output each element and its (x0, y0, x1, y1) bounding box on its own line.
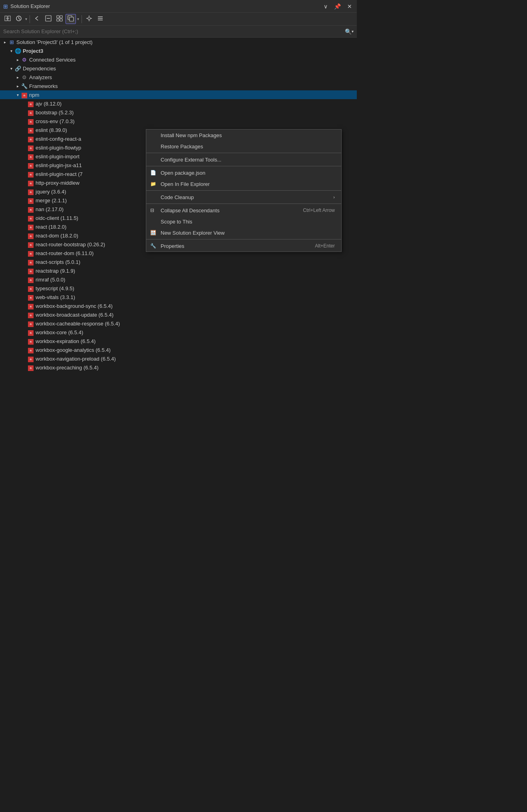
package-row[interactable]: n web-vitals (3.3.1) (0, 293, 357, 301)
menu-item-label: Open package.json (161, 170, 335, 176)
menu-item-label: Collapse All Descendants (161, 207, 303, 213)
package-row[interactable]: n typescript (4.9.5) (0, 284, 357, 293)
tree-area[interactable]: ▸ ⊞ Solution 'Project3' (1 of 1 project)… (0, 38, 357, 552)
search-dropdown-button[interactable]: ▾ (352, 29, 354, 34)
package-label: eslint-config-react-a (36, 136, 81, 142)
menu-item-open-file-explorer[interactable]: 📁 Open In File Explorer (146, 178, 341, 190)
search-input[interactable] (3, 28, 345, 34)
package-npm-icon: n (27, 109, 34, 116)
npm-row[interactable]: ▾ n npm (0, 90, 357, 99)
menu-item-collapse-descendants[interactable]: ⊟ Collapse All Descendants Ctrl+Left Arr… (146, 205, 341, 216)
menu-item-open-package-json[interactable]: 📄 Open package.json (146, 167, 341, 178)
package-row[interactable]: n workbox-cacheable-response (6.5.4) (0, 319, 357, 328)
context-menu: Install New npm Packages Restore Package… (146, 129, 342, 252)
properties-toolbar-button[interactable] (84, 14, 94, 24)
package-npm-icon: n (27, 329, 34, 336)
package-label: react-scripts (5.0.1) (36, 259, 80, 265)
package-row[interactable]: n reactstrap (9.1.9) (0, 266, 357, 275)
package-npm-icon: n (27, 250, 34, 257)
package-npm-icon: n (27, 355, 34, 362)
package-row[interactable]: n bootstrap (5.2.3) (0, 108, 357, 117)
package-label: workbox-google-analytics (6.5.4) (36, 347, 111, 353)
package-npm-icon: n (27, 215, 34, 221)
package-row[interactable]: n workbox-broadcast-update (6.5.4) (0, 310, 357, 319)
analyzers-row[interactable]: ▸ ⚙ Analyzers (0, 73, 357, 82)
package-npm-icon: n (27, 188, 34, 195)
refresh-button[interactable] (95, 14, 105, 24)
package-label: react-router-dom (6.11.0) (36, 250, 93, 256)
menu-item-scope-to-this[interactable]: Scope to This (146, 216, 341, 227)
menu-separator (146, 190, 341, 191)
package-row[interactable]: n workbox-background-sync (6.5.4) (0, 301, 357, 310)
package-row[interactable]: n workbox-navigation-preload (6.5.4) (0, 354, 357, 363)
solution-icon: ⊞ (8, 39, 15, 45)
package-label: workbox-navigation-preload (6.5.4) (36, 356, 116, 362)
frameworks-icon: 🔧 (21, 83, 28, 89)
package-label: merge (2.1.1) (36, 198, 67, 203)
menu-separator (146, 153, 341, 153)
package-npm-icon: n (27, 118, 34, 125)
pending-changes-button[interactable] (14, 14, 24, 24)
solution-row[interactable]: ▸ ⊞ Solution 'Project3' (1 of 1 project) (0, 38, 357, 46)
package-row[interactable]: n workbox-google-analytics (6.5.4) (0, 345, 357, 354)
close-button[interactable]: ✕ (346, 2, 354, 10)
collapse-all-button[interactable] (43, 14, 54, 24)
menu-new-explorer-icon: 🪟 (150, 230, 156, 235)
package-npm-icon: n (27, 162, 34, 169)
menu-item-install-npm[interactable]: Install New npm Packages (146, 130, 341, 141)
pin-button[interactable]: 📌 (332, 2, 342, 10)
package-label: eslint (8.39.0) (36, 127, 67, 133)
separator-2 (82, 15, 82, 23)
menu-separator (146, 203, 341, 204)
connected-services-row[interactable]: ▸ ⚙ Connected Services (0, 55, 357, 64)
solution-label: Solution 'Project3' (1 of 1 project) (16, 39, 93, 45)
project-label: Project3 (23, 48, 43, 54)
show-all-files-button[interactable] (54, 14, 65, 24)
package-npm-icon: n (27, 197, 34, 204)
go-to-active-button[interactable] (2, 14, 13, 24)
package-npm-icon: n (27, 171, 34, 178)
menu-item-properties[interactable]: 🔧 Properties Alt+Enter (146, 240, 341, 251)
package-label: reactstrap (9.1.9) (36, 268, 75, 274)
package-npm-icon: n (27, 206, 34, 213)
menu-item-new-solution-explorer[interactable]: 🪟 New Solution Explorer View (146, 227, 341, 238)
package-label: eslint-plugin-react (7 (36, 171, 83, 177)
menu-item-code-cleanup[interactable]: Code Cleanup › (146, 192, 341, 203)
package-label: workbox-core (6.5.4) (36, 329, 83, 335)
svg-rect-10 (57, 19, 59, 21)
package-label: oidc-client (1.11.5) (36, 215, 78, 221)
npm-expand-icon: ▾ (14, 93, 21, 97)
menu-item-configure-tools[interactable]: Configure External Tools... (146, 154, 341, 165)
package-label: workbox-precaching (6.5.4) (36, 365, 99, 371)
package-row[interactable]: n workbox-core (6.5.4) (0, 328, 357, 337)
back-button[interactable] (32, 14, 42, 24)
menu-item-label: Scope to This (161, 219, 335, 225)
dropdown-button[interactable]: ∨ (322, 2, 329, 10)
menu-item-label: Configure External Tools... (161, 157, 335, 163)
frameworks-row[interactable]: ▸ 🔧 Frameworks (0, 82, 357, 90)
dropdown-arrow-2[interactable]: ▾ (77, 17, 79, 21)
project-expand-icon: ▾ (8, 49, 14, 53)
package-row[interactable]: n cross-env (7.0.3) (0, 117, 357, 126)
package-label: bootstrap (5.2.3) (36, 110, 74, 116)
project-row[interactable]: ▾ 🌐 Project3 (0, 46, 357, 55)
package-label: rimraf (5.0.0) (36, 277, 65, 283)
title-bar-right: ∨ 📌 ✕ (322, 2, 354, 10)
package-label: nan (2.17.0) (36, 206, 64, 212)
package-label: react-router-bootstrap (0.26.2) (36, 241, 105, 247)
package-row[interactable]: n workbox-precaching (6.5.4) (0, 363, 357, 372)
package-row[interactable]: n ajv (8.12.0) (0, 99, 357, 108)
package-label: eslint-plugin-flowtyp (36, 145, 81, 151)
package-label: react (18.2.0) (36, 224, 66, 230)
search-button[interactable]: 🔍 (345, 28, 352, 35)
package-label: workbox-broadcast-update (6.5.4) (36, 312, 113, 318)
package-npm-icon: n (27, 338, 34, 345)
package-row[interactable]: n workbox-expiration (6.5.4) (0, 337, 357, 345)
package-npm-icon: n (27, 223, 34, 230)
dropdown-arrow-1[interactable]: ▾ (25, 17, 27, 21)
dependencies-row[interactable]: ▾ 🔗 Dependencies (0, 64, 357, 73)
new-solution-explorer-view-button[interactable] (66, 14, 76, 24)
package-row[interactable]: n rimraf (5.0.0) (0, 275, 357, 284)
package-row[interactable]: n react-scripts (5.0.1) (0, 257, 357, 266)
menu-item-restore[interactable]: Restore Packages (146, 141, 341, 152)
